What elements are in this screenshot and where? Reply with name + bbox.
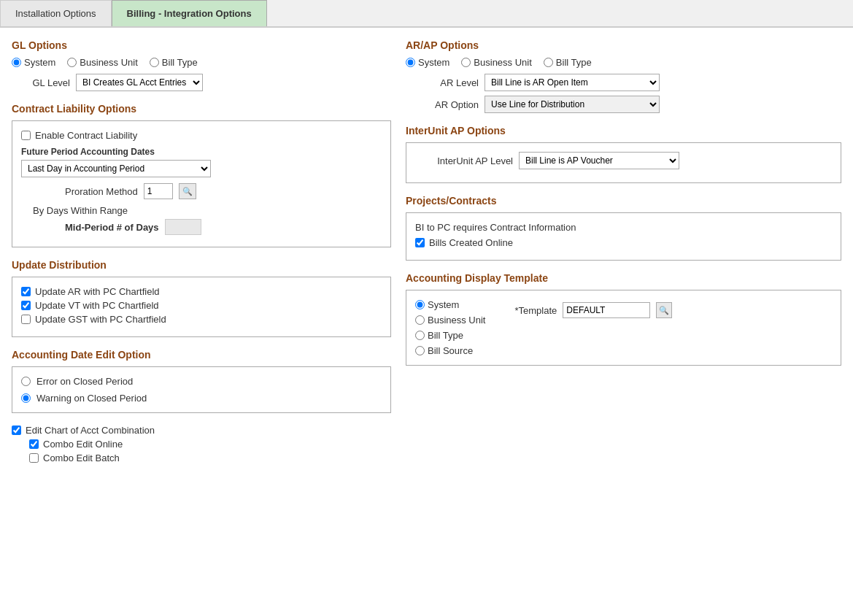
ar-level-select[interactable]: Bill Line is AR Open Item Bill Header is… <box>485 74 660 91</box>
bi-to-pc-row: BI to PC requires Contract Information <box>415 222 832 233</box>
gl-options-title: GL Options <box>12 39 391 51</box>
bills-created-checkbox[interactable] <box>415 238 425 247</box>
gl-radio-system[interactable]: System <box>12 57 55 68</box>
error-label: Error on Closed Period <box>36 376 133 387</box>
ar-option-select[interactable]: Use Line for Distribution Use Header for… <box>485 96 660 113</box>
acct-display-inner: System Business Unit Bill Type Bill <box>415 299 832 356</box>
interunit-ap-level-label: InterUnit AP Level <box>418 155 513 166</box>
interunit-ap-box: InterUnit AP Level Bill Line is AP Vouch… <box>406 142 841 183</box>
bi-to-pc-label: BI to PC requires Contract Information <box>415 222 576 233</box>
update-distribution-section: Update Distribution Update AR with PC Ch… <box>12 259 391 337</box>
ar-option-label: AR Option <box>406 99 479 110</box>
combo-edit-main-row: Edit Chart of Acct Combination <box>12 425 391 436</box>
acct-radio-system[interactable]: System <box>415 299 485 310</box>
combo-edit-batch-checkbox[interactable] <box>29 453 39 463</box>
right-column: AR/AP Options System Business Unit Bill … <box>406 39 841 466</box>
main-content: GL Options System Business Unit Bill Typ… <box>0 28 853 478</box>
proration-search-button[interactable]: 🔍 <box>179 183 196 199</box>
tabs-container: Installation Options Billing - Integrati… <box>0 0 853 28</box>
gl-level-label: GL Level <box>12 77 70 88</box>
update-vt-checkbox[interactable] <box>21 301 31 310</box>
enable-contract-liability-checkbox[interactable] <box>21 131 31 140</box>
accounting-display-box: System Business Unit Bill Type Bill <box>406 290 841 366</box>
acct-radio-bill-type[interactable]: Bill Type <box>415 330 485 341</box>
proration-input[interactable]: 1 <box>144 183 173 199</box>
combo-edit-online-row: Combo Edit Online <box>29 439 391 450</box>
bills-created-row: Bills Created Online <box>415 237 832 248</box>
template-label: *Template <box>514 305 557 316</box>
update-distribution-box: Update AR with PC Chartfield Update VT w… <box>12 277 391 337</box>
mid-period-input[interactable] <box>165 219 201 235</box>
acct-radio-bill-source[interactable]: Bill Source <box>415 345 485 356</box>
mid-period-label: Mid-Period # of Days <box>65 222 159 233</box>
projects-contracts-title: Projects/Contracts <box>406 195 841 207</box>
warning-label: Warning on Closed Period <box>36 393 147 404</box>
combo-edit-label: Edit Chart of Acct Combination <box>26 425 155 436</box>
update-ar-label: Update AR with PC Chartfield <box>35 286 160 297</box>
future-period-select[interactable]: Last Day in Accounting Period First Day … <box>21 160 211 177</box>
combo-edit-batch-row: Combo Edit Batch <box>29 453 391 463</box>
update-distribution-title: Update Distribution <box>12 259 391 271</box>
gl-radio-business-unit[interactable]: Business Unit <box>67 57 137 68</box>
ar-radio-system[interactable]: System <box>406 57 449 68</box>
accounting-date-edit-title: Accounting Date Edit Option <box>12 349 391 361</box>
gl-options-section: GL Options System Business Unit Bill Typ… <box>12 39 391 91</box>
future-period-label: Future Period Accounting Dates <box>21 147 382 157</box>
accounting-date-edit-section: Accounting Date Edit Option Error on Clo… <box>12 349 391 413</box>
gl-radio-group: System Business Unit Bill Type <box>12 57 391 68</box>
interunit-ap-title: InterUnit AP Options <box>406 125 841 136</box>
gl-level-row: GL Level BI Creates GL Acct Entries No G… <box>12 74 391 91</box>
future-period-section: Future Period Accounting Dates Last Day … <box>21 147 382 177</box>
template-input[interactable] <box>563 302 650 318</box>
update-ar-checkbox[interactable] <box>21 287 31 296</box>
ar-radio-business-unit[interactable]: Business Unit <box>461 57 531 68</box>
template-search-button[interactable]: 🔍 <box>656 302 672 318</box>
template-row: *Template 🔍 <box>514 302 672 318</box>
tab-billing[interactable]: Billing - Integration Options <box>112 0 267 26</box>
ar-option-row: AR Option Use Line for Distribution Use … <box>406 96 841 113</box>
proration-label: Proration Method <box>65 186 138 197</box>
gl-level-select[interactable]: BI Creates GL Acct Entries No GL Created… <box>76 74 203 91</box>
mid-period-row: Mid-Period # of Days <box>21 219 382 235</box>
acct-radio-business-unit[interactable]: Business Unit <box>415 315 485 326</box>
interunit-ap-level-row: InterUnit AP Level Bill Line is AP Vouch… <box>418 152 829 169</box>
acct-display-radio-stack: System Business Unit Bill Type Bill <box>415 299 485 356</box>
accounting-display-section: Accounting Display Template System Busin… <box>406 272 841 366</box>
proration-row: Proration Method 1 🔍 <box>21 183 382 199</box>
ar-ap-options-section: AR/AP Options System Business Unit Bill … <box>406 39 841 113</box>
update-vt-label: Update VT with PC Chartfield <box>35 300 159 311</box>
tab-installation[interactable]: Installation Options <box>0 0 112 26</box>
enable-contract-liability-label: Enable Contract Liability <box>35 130 137 141</box>
combo-edit-sub-items: Combo Edit Online Combo Edit Batch <box>29 439 391 463</box>
accounting-display-title: Accounting Display Template <box>406 272 841 284</box>
ar-ap-options-title: AR/AP Options <box>406 39 841 51</box>
left-column: GL Options System Business Unit Bill Typ… <box>12 39 391 466</box>
combo-edit-batch-label: Combo Edit Batch <box>43 453 120 463</box>
by-days-row: By Days Within Range <box>33 205 382 216</box>
combo-edit-online-checkbox[interactable] <box>29 439 39 449</box>
update-vt-row: Update VT with PC Chartfield <box>21 300 382 311</box>
contract-liability-title: Contract Liability Options <box>12 103 391 115</box>
error-on-closed-period[interactable]: Error on Closed Period <box>21 376 382 387</box>
by-days-label: By Days Within Range <box>33 205 128 216</box>
update-gst-row: Update GST with PC Chartfield <box>21 314 382 325</box>
gl-radio-bill-type[interactable]: Bill Type <box>150 57 198 68</box>
ar-radio-bill-type[interactable]: Bill Type <box>544 57 592 68</box>
interunit-ap-level-select[interactable]: Bill Line is AP Voucher Bill Header is A… <box>519 152 679 169</box>
projects-contracts-section: Projects/Contracts BI to PC requires Con… <box>406 195 841 261</box>
enable-contract-liability-row: Enable Contract Liability <box>21 130 382 141</box>
combo-edit-checkbox[interactable] <box>12 426 21 435</box>
contract-liability-section: Contract Liability Options Enable Contra… <box>12 103 391 247</box>
update-gst-label: Update GST with PC Chartfield <box>35 314 166 325</box>
interunit-ap-section: InterUnit AP Options InterUnit AP Level … <box>406 125 841 183</box>
update-ar-row: Update AR with PC Chartfield <box>21 286 382 297</box>
ar-ap-radio-group: System Business Unit Bill Type <box>406 57 841 68</box>
combo-edit-online-label: Combo Edit Online <box>43 439 123 450</box>
bills-created-label: Bills Created Online <box>429 237 513 248</box>
update-gst-checkbox[interactable] <box>21 315 31 324</box>
warning-on-closed-period[interactable]: Warning on Closed Period <box>21 393 382 404</box>
accounting-date-edit-box: Error on Closed Period Warning on Closed… <box>12 366 391 413</box>
ar-level-label: AR Level <box>406 77 479 88</box>
projects-contracts-box: BI to PC requires Contract Information B… <box>406 212 841 261</box>
combo-edit-section: Edit Chart of Acct Combination Combo Edi… <box>12 425 391 463</box>
